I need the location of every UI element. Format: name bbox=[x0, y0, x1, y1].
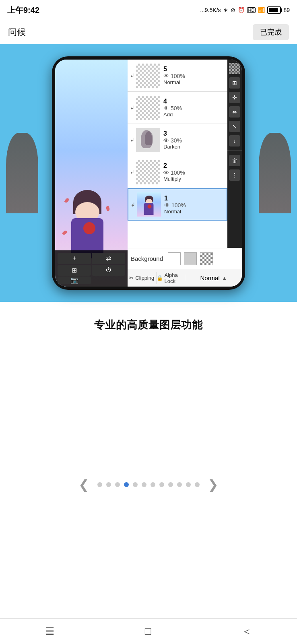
page-dot-9[interactable] bbox=[177, 482, 182, 487]
layer-opacity-4: 50% bbox=[171, 105, 182, 111]
battery-fill bbox=[269, 8, 277, 12]
bottom-nav: ☰ □ ＜ bbox=[0, 618, 297, 644]
layer-row-5[interactable]: ↲ 5 👁 100% Normal bbox=[128, 60, 227, 92]
alpha-lock-btn[interactable]: 🔒 Alpha Lock bbox=[156, 272, 185, 284]
clipping-label: Clipping bbox=[135, 275, 154, 281]
blend-mode-select[interactable]: Normal ▲ bbox=[185, 275, 242, 281]
phone-screen: ＋ ⇄ ⊞ ⏱ 📷 bbox=[55, 60, 242, 287]
layer-thumb-3 bbox=[136, 128, 160, 152]
battery-percent: 89 bbox=[283, 7, 290, 13]
layer-eye-3: 👁 30% bbox=[163, 137, 225, 144]
page-dot-0[interactable] bbox=[97, 482, 102, 487]
layer-thumb-5 bbox=[136, 64, 160, 88]
layer-opacity-5: 100% bbox=[171, 73, 185, 79]
battery-icon bbox=[267, 6, 281, 14]
layer-eye-1: 👁 100% bbox=[164, 202, 224, 208]
layer-num-4: 4 bbox=[163, 98, 225, 105]
bg-swatch-checker[interactable] bbox=[200, 252, 213, 265]
page-dot-8[interactable] bbox=[168, 482, 173, 487]
back-nav-btn[interactable]: ＜ bbox=[233, 620, 260, 642]
spacer bbox=[0, 340, 297, 461]
layer-arrow-5: ↲ bbox=[130, 72, 134, 78]
page-dot-1[interactable] bbox=[106, 482, 111, 487]
description-area: 专业的高质量图层功能 bbox=[0, 302, 297, 340]
main-content: ＋ ⇄ ⊞ ⏱ 📷 bbox=[0, 44, 297, 553]
page-dot-2[interactable] bbox=[115, 482, 120, 487]
layer-num-3: 3 bbox=[163, 130, 225, 137]
layer-info-5: 5 👁 100% Normal bbox=[160, 66, 225, 85]
page-dot-3[interactable] bbox=[124, 482, 129, 487]
bg-swatch-gray[interactable] bbox=[184, 252, 197, 265]
hair-silhouette-right bbox=[259, 133, 291, 213]
layer-opacity-1: 100% bbox=[171, 202, 186, 208]
layer-arrow-4: ↲ bbox=[130, 105, 134, 111]
blend-mode-label: Normal bbox=[200, 275, 219, 281]
prev-arrow[interactable]: ❮ bbox=[74, 477, 93, 492]
layer-row-3[interactable]: ↲ 3 👁 30% Darken bbox=[128, 124, 227, 156]
copy-btn[interactable]: ⊞ bbox=[229, 77, 240, 89]
more-btn[interactable]: ⋮ bbox=[229, 169, 240, 181]
layers-panel: ↲ 5 👁 100% Normal bbox=[128, 60, 242, 287]
layer-icon-btn[interactable]: ⊞ bbox=[58, 265, 91, 276]
description-title: 专业的高质量图层功能 bbox=[24, 318, 273, 332]
thumb-char bbox=[142, 196, 156, 216]
background-label: Background bbox=[131, 255, 163, 262]
delete-btn[interactable]: 🗑 bbox=[229, 155, 240, 166]
layers-list: ↲ 5 👁 100% Normal bbox=[128, 60, 227, 248]
page-dot-10[interactable] bbox=[186, 482, 191, 487]
page-dot-6[interactable] bbox=[151, 482, 155, 487]
layer-arrow-1: ↲ bbox=[131, 202, 135, 208]
layer-info-4: 4 👁 50% Add bbox=[160, 98, 225, 118]
download-btn[interactable]: ↓ bbox=[229, 135, 240, 147]
layer-arrow-3: ↲ bbox=[130, 137, 134, 143]
right-bg bbox=[253, 44, 297, 302]
layer-mode-2: Multiply bbox=[163, 176, 225, 182]
clipping-icon: ✂ bbox=[129, 275, 134, 281]
lock-icon: 🔒 bbox=[157, 275, 163, 281]
page-dot-4[interactable] bbox=[133, 482, 138, 487]
clipping-btn[interactable]: ✂ Clipping bbox=[128, 275, 156, 281]
add-layer-btn[interactable]: ＋ bbox=[58, 253, 91, 264]
header: 问候 已完成 bbox=[0, 20, 297, 44]
hair-silhouette bbox=[6, 133, 38, 213]
bg-swatch-white[interactable] bbox=[168, 252, 181, 265]
layer-mode-5: Normal bbox=[163, 79, 225, 85]
layer-opacity-2: 100% bbox=[171, 169, 185, 176]
resize-btn[interactable]: ⤡ bbox=[229, 121, 240, 132]
transform-btn[interactable]: ✛ bbox=[229, 92, 240, 103]
menu-nav-btn[interactable]: ☰ bbox=[37, 621, 62, 642]
background-row: Background bbox=[128, 248, 242, 269]
hd-badge: HD bbox=[247, 7, 256, 13]
timer-btn[interactable]: ⏱ bbox=[92, 265, 125, 276]
flip-btn[interactable]: ⇔ bbox=[229, 106, 240, 118]
camera-btn[interactable]: 📷 bbox=[58, 277, 91, 284]
left-bg bbox=[0, 44, 44, 302]
side-toolbar: ⊞ ✛ ⇔ ⤡ ↓ 🗑 ⋮ bbox=[227, 60, 242, 248]
page-dot-11[interactable] bbox=[195, 482, 200, 487]
alpha-lock-label: Alpha Lock bbox=[165, 272, 185, 284]
char-apple bbox=[83, 222, 95, 234]
move-btn[interactable]: ⇄ bbox=[92, 253, 125, 264]
done-button[interactable]: 已完成 bbox=[253, 24, 289, 40]
checkerboard-btn[interactable] bbox=[229, 63, 240, 74]
layers-layout: ＋ ⇄ ⊞ ⏱ 📷 bbox=[55, 60, 242, 287]
layer-thumb-4 bbox=[136, 96, 160, 120]
screenshot-container: ＋ ⇄ ⊞ ⏱ 📷 bbox=[0, 44, 297, 302]
page-dot-7[interactable] bbox=[159, 482, 164, 487]
layer-arrow-2: ↲ bbox=[130, 169, 134, 175]
petal-1 bbox=[64, 198, 70, 203]
page-dot-5[interactable] bbox=[142, 482, 146, 487]
next-arrow[interactable]: ❯ bbox=[204, 477, 223, 492]
layer-eye-5: 👁 100% bbox=[163, 73, 225, 79]
status-time: 上午9:42 bbox=[7, 5, 39, 16]
layer-mode-1: Normal bbox=[164, 208, 224, 215]
mute-icon: ⊘ bbox=[231, 7, 235, 13]
layer-row-4[interactable]: ↲ 4 👁 50% Add bbox=[128, 92, 227, 124]
petal-3 bbox=[62, 230, 68, 235]
signal-icon: 📶 bbox=[258, 7, 265, 13]
layers-and-toolbar: ↲ 5 👁 100% Normal bbox=[128, 60, 242, 248]
status-icons: ...9.5K/s ∗ ⊘ ⏰ HD 📶 89 bbox=[200, 6, 290, 14]
home-nav-btn[interactable]: □ bbox=[137, 621, 159, 642]
layer-row-1[interactable]: ↲ bbox=[128, 188, 227, 221]
layer-row-2[interactable]: ↲ 2 👁 100% Multiply bbox=[128, 156, 227, 188]
